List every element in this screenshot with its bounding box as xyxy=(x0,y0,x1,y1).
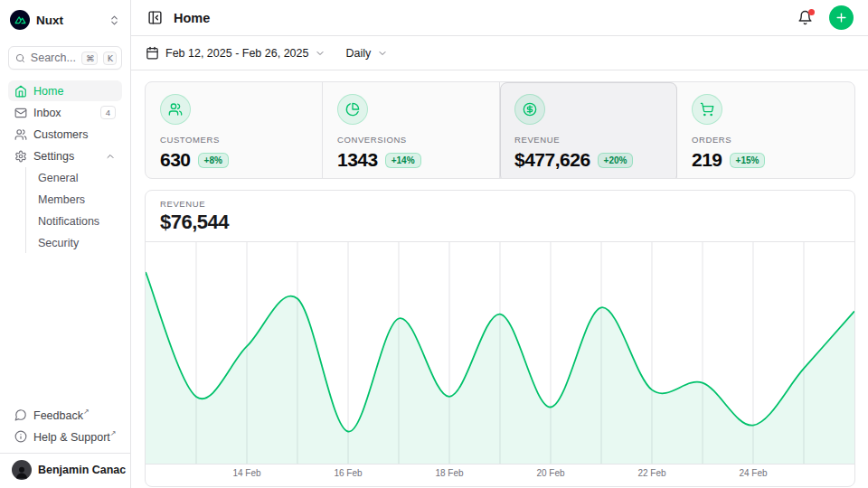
search-input[interactable]: Search... ⌘ K xyxy=(8,46,122,70)
collapse-sidebar-button[interactable] xyxy=(146,8,165,27)
kbd-k: K xyxy=(103,52,117,65)
feedback-label: Feedback↗ xyxy=(33,408,116,422)
stat-delta-badge: +20% xyxy=(598,153,634,168)
stat-value: $477,626 xyxy=(514,149,590,171)
stat-card-revenue[interactable]: REVENUE $477,626 +20% xyxy=(500,82,677,179)
page-header: Home xyxy=(131,0,868,36)
date-range-picker[interactable]: Feb 12, 2025 - Feb 26, 2025 xyxy=(146,46,326,60)
x-axis-tick: 20 Feb xyxy=(536,468,564,478)
stat-label: REVENUE xyxy=(514,135,662,145)
stat-delta-badge: +14% xyxy=(385,153,421,168)
add-button[interactable] xyxy=(829,5,854,30)
sidebar-item-label: Notifications xyxy=(38,215,118,228)
chart-pie-icon xyxy=(337,94,368,125)
sidebar-item-label: Home xyxy=(33,85,116,98)
stat-value: 219 xyxy=(692,149,722,171)
x-axis-tick: 24 Feb xyxy=(739,468,767,478)
stat-label: ORDERS xyxy=(692,135,840,145)
stat-label: CONVERSIONS xyxy=(337,135,485,145)
x-axis-tick: 16 Feb xyxy=(334,468,362,478)
sidebar-item-security[interactable]: Security xyxy=(34,232,122,253)
sidebar-item-label: Customers xyxy=(33,128,116,141)
sidebar-footer: Feedback↗ Help & Support↗ xyxy=(8,404,122,447)
workspace-name: Nuxt xyxy=(36,14,102,27)
user-name: Benjamin Canac xyxy=(38,464,126,476)
sidebar: Nuxt Search... ⌘ K Home Inbox 4 Customer… xyxy=(0,0,131,488)
chart-title: REVENUE xyxy=(160,199,840,209)
chevron-up-icon xyxy=(105,151,116,162)
external-link-icon: ↗ xyxy=(110,429,117,437)
revenue-area-chart[interactable] xyxy=(146,242,854,464)
panel-left-close-icon xyxy=(147,10,163,25)
x-axis: 14 Feb16 Feb18 Feb20 Feb22 Feb24 Feb xyxy=(146,464,854,483)
user-menu[interactable]: Benjamin Canac xyxy=(8,454,122,488)
users-icon xyxy=(14,128,27,141)
sidebar-item-general[interactable]: General xyxy=(34,167,122,188)
sidebar-item-customers[interactable]: Customers xyxy=(8,124,122,145)
x-axis-tick: 22 Feb xyxy=(637,468,665,478)
users-icon xyxy=(160,94,191,125)
stat-value: 630 xyxy=(160,149,191,171)
inbox-count-badge: 4 xyxy=(100,106,116,119)
revenue-chart-card: REVENUE $76,544 14 Feb16 Feb18 Feb20 Feb… xyxy=(145,190,855,487)
stat-value: 1343 xyxy=(337,149,378,171)
chevron-down-icon xyxy=(315,48,326,59)
sidebar-nav: Home Inbox 4 Customers Settings General … xyxy=(8,80,122,254)
sidebar-item-notifications[interactable]: Notifications xyxy=(34,211,122,231)
app-window: Nuxt Search... ⌘ K Home Inbox 4 Customer… xyxy=(0,0,868,488)
sidebar-item-label: Members xyxy=(38,193,118,206)
x-axis-tick: 18 Feb xyxy=(435,468,463,478)
settings-subnav: General Members Notifications Security xyxy=(25,167,122,253)
stat-delta-badge: +15% xyxy=(730,153,766,168)
sidebar-item-settings[interactable]: Settings xyxy=(8,145,122,166)
date-range-value: Feb 12, 2025 - Feb 26, 2025 xyxy=(165,47,308,60)
external-link-icon: ↗ xyxy=(83,408,90,416)
help-support-label: Help & Support↗ xyxy=(33,429,116,444)
stat-card-orders[interactable]: ORDERS 219 +15% xyxy=(677,82,854,179)
page-title: Home xyxy=(174,11,787,25)
sidebar-item-label: Security xyxy=(38,237,118,249)
sidebar-item-members[interactable]: Members xyxy=(34,189,122,210)
inbox-icon xyxy=(14,107,27,119)
stat-card-customers[interactable]: CUSTOMERS 630 +8% xyxy=(146,82,323,179)
stat-delta-badge: +8% xyxy=(198,153,229,168)
avatar xyxy=(12,460,32,480)
workspace-selector[interactable]: Nuxt xyxy=(8,7,122,33)
sidebar-item-inbox[interactable]: Inbox 4 xyxy=(8,102,122,123)
sidebar-item-label: Inbox xyxy=(33,107,94,119)
home-icon xyxy=(14,85,27,98)
granularity-select[interactable]: Daily xyxy=(345,47,388,60)
x-axis-tick: 14 Feb xyxy=(232,468,260,478)
stat-label: CUSTOMERS xyxy=(160,135,307,145)
chevron-down-icon xyxy=(377,48,388,59)
sidebar-item-home[interactable]: Home xyxy=(8,80,122,101)
chart-header: REVENUE $76,544 xyxy=(146,191,854,242)
kbd-meta: ⌘ xyxy=(81,52,98,65)
main-panel: Home Feb 12, 2025 - Feb 26, 2025 Daily xyxy=(131,0,868,488)
nuxt-logo-icon xyxy=(10,10,30,30)
search-placeholder: Search... xyxy=(31,52,76,64)
chart-canvas xyxy=(146,242,854,464)
sidebar-item-label: General xyxy=(38,172,118,184)
stat-card-conversions[interactable]: CONVERSIONS 1343 +14% xyxy=(323,82,500,179)
circle-dollar-icon xyxy=(514,94,545,125)
message-circle-icon xyxy=(14,408,27,421)
info-icon xyxy=(14,430,27,443)
filter-toolbar: Feb 12, 2025 - Feb 26, 2025 Daily xyxy=(131,36,868,70)
shopping-cart-icon xyxy=(692,94,722,125)
notifications-button[interactable] xyxy=(796,8,815,27)
notification-dot xyxy=(808,9,815,15)
plus-icon xyxy=(835,11,848,24)
granularity-value: Daily xyxy=(345,47,371,60)
feedback-link[interactable]: Feedback↗ xyxy=(8,404,122,425)
help-support-link[interactable]: Help & Support↗ xyxy=(8,426,122,446)
search-icon xyxy=(15,52,25,64)
chevrons-up-down-icon xyxy=(108,14,120,26)
sidebar-item-label: Settings xyxy=(33,150,99,163)
calendar-icon xyxy=(146,46,159,60)
chart-current-value: $76,544 xyxy=(160,211,840,234)
dashboard-content: CUSTOMERS 630 +8% CONVERSIONS 1343 +14% xyxy=(131,70,868,487)
gear-icon xyxy=(14,150,27,163)
stats-row: CUSTOMERS 630 +8% CONVERSIONS 1343 +14% xyxy=(145,81,855,179)
